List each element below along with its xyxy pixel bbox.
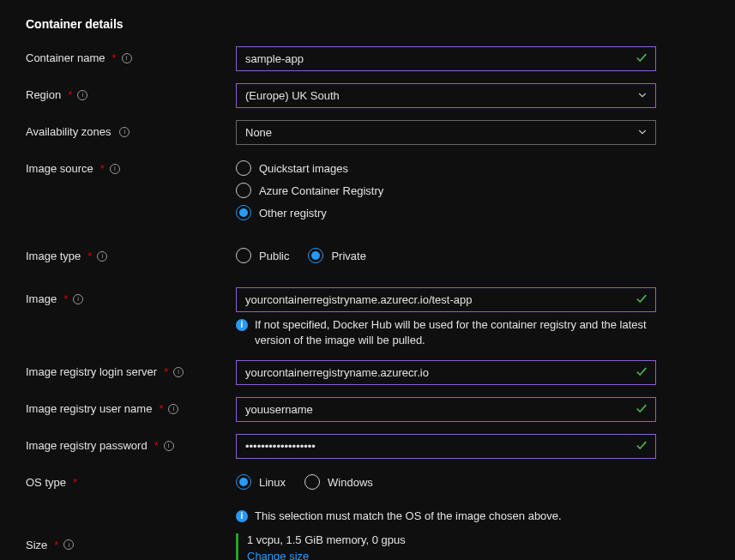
radio-label: Linux [259,476,286,489]
required-marker: * [54,539,58,551]
info-icon[interactable]: i [73,294,83,304]
radio-windows[interactable]: Windows [304,474,373,490]
container-name-input[interactable] [236,46,656,71]
info-icon[interactable]: i [77,90,87,100]
login-server-input[interactable] [236,360,656,385]
radio-icon [236,205,251,220]
info-icon: i [236,319,248,331]
info-icon[interactable]: i [110,164,120,174]
required-marker: * [68,88,72,101]
radio-label: Public [259,250,289,262]
radio-label: Quickstart images [259,162,348,175]
change-size-link[interactable]: Change size [247,550,656,560]
availability-zones-select[interactable]: None [236,120,656,145]
required-marker: * [87,250,92,262]
radio-icon [236,474,251,490]
label-login-server: Image registry login server [26,365,157,378]
required-marker: * [73,476,77,489]
user-name-input[interactable] [236,397,656,422]
radio-label: Azure Container Registry [259,184,383,197]
image-source-radio-group: Quickstart images Azure Container Regist… [236,157,656,220]
radio-public[interactable]: Public [236,248,289,263]
password-input[interactable] [236,434,656,459]
radio-private[interactable]: Private [308,248,365,263]
info-icon[interactable]: i [119,127,130,137]
info-icon[interactable]: i [97,251,107,262]
required-marker: * [159,402,163,415]
radio-quickstart-images[interactable]: Quickstart images [236,160,656,176]
label-password: Image registry password [26,439,148,452]
required-marker: * [164,365,168,378]
radio-label: Private [331,250,365,262]
image-hint-text: If not specified, Docker Hub will be use… [255,317,656,348]
info-icon: i [236,510,248,522]
info-icon[interactable]: i [168,404,178,414]
image-type-radio-group: Public Private [236,244,656,263]
info-icon[interactable]: i [173,367,184,377]
label-os-type: OS type [26,476,66,489]
info-icon[interactable]: i [164,441,174,451]
radio-icon [304,474,320,490]
required-marker: * [100,162,105,175]
required-marker: * [112,51,117,64]
region-select[interactable]: (Europe) UK South [236,83,656,108]
radio-icon [236,160,251,176]
info-icon[interactable]: i [122,53,132,63]
radio-icon [308,248,323,263]
radio-icon [236,248,251,263]
radio-icon [236,183,251,198]
os-type-hint-text: This selection must match the OS of the … [255,509,562,524]
radio-other-registry[interactable]: Other registry [236,205,656,220]
radio-linux[interactable]: Linux [236,474,286,490]
section-title: Container details [26,17,709,31]
label-availability-zones: Availability zones [26,125,111,138]
radio-label: Windows [328,476,373,489]
label-container-name: Container name [26,51,105,64]
image-input[interactable] [236,287,656,312]
info-icon[interactable]: i [63,539,74,550]
label-region: Region [26,88,61,101]
required-marker: * [63,292,68,305]
label-size: Size [26,539,47,551]
label-image-source: Image source [26,162,93,175]
size-summary: 1 vcpu, 1.5 GiB memory, 0 gpus [247,533,656,546]
label-image: Image [26,292,57,305]
label-user-name: Image registry user name [26,402,152,415]
os-type-radio-group: Linux Windows [236,471,656,490]
radio-label: Other registry [259,207,327,220]
label-image-type: Image type [26,250,81,262]
required-marker: * [154,439,159,452]
radio-azure-container-registry[interactable]: Azure Container Registry [236,183,656,198]
